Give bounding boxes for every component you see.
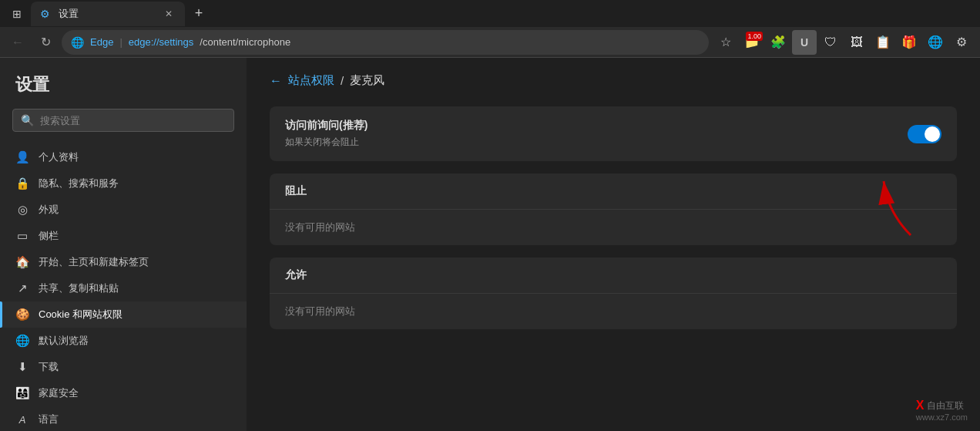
browser-chrome: ⊞ ⚙ 设置 ✕ + ← ↻ 🌐 Edge | edge://settings … — [0, 0, 980, 58]
allow-section-title: 允许 — [285, 268, 941, 282]
sidebar-icon: ▭ — [15, 229, 29, 243]
ask-toggle-row: 访问前询问(推荐) 如果关闭将会阻止 — [270, 106, 957, 161]
breadcrumb-back-button[interactable]: ← — [270, 74, 282, 88]
sidebar-item-profile[interactable]: 👤 个人资料 — [0, 144, 247, 170]
main-content: 设置 🔍 👤 个人资料 🔒 隐私、搜索和服务 ◎ 外观 ▭ 侧栏 🏠 开始、主页… — [0, 58, 980, 431]
new-tab-button[interactable]: + — [188, 3, 210, 25]
block-section-title: 阻止 — [285, 184, 941, 198]
tab-bar: ⊞ ⚙ 设置 ✕ + — [0, 0, 980, 27]
breadcrumb-separator: / — [341, 74, 344, 87]
block-section: 阻止 没有可用的网站 — [270, 173, 957, 245]
sidebar: 设置 🔍 👤 个人资料 🔒 隐私、搜索和服务 ◎ 外观 ▭ 侧栏 🏠 开始、主页… — [0, 58, 247, 431]
sidebar-label-privacy: 隐私、搜索和服务 — [39, 177, 119, 190]
allow-section-header: 允许 — [270, 258, 957, 294]
newtab-icon: 🏠 — [15, 255, 29, 269]
shield-icon[interactable]: 🛡 — [818, 30, 843, 55]
search-input[interactable] — [40, 115, 226, 126]
share-icon: ↗ — [15, 281, 29, 295]
sidebar-label-appearance: 外观 — [39, 203, 59, 217]
settings-icon[interactable]: ⚙ — [949, 30, 974, 55]
tab-title: 设置 — [59, 7, 156, 21]
sidebar-label-cookies: Cookie 和网站权限 — [39, 308, 123, 322]
family-icon: 👨‍👩‍👧 — [15, 386, 29, 400]
sidebar-item-family[interactable]: 👨‍👩‍👧 家庭安全 — [0, 380, 247, 406]
toggle-knob — [925, 126, 940, 142]
sidebar-item-appearance[interactable]: ◎ 外观 — [0, 197, 247, 223]
tab-favicon: ⚙ — [40, 8, 52, 20]
ask-toggle[interactable] — [908, 125, 941, 143]
sidebar-label-language: 语言 — [39, 412, 59, 426]
gift-icon[interactable]: 🎁 — [897, 30, 921, 55]
sidebar-label-downloads: 下载 — [39, 360, 59, 374]
sidebar-label-newtab: 开始、主页和新建标签页 — [39, 255, 149, 269]
breadcrumb: ← 站点权限 / 麦克风 — [270, 73, 957, 88]
block-section-header: 阻止 — [270, 173, 957, 210]
allow-empty-label: 没有可用的网站 — [270, 294, 957, 329]
page-content: ← 站点权限 / 麦克风 访问前询问(推荐) 如果关闭将会阻止 — [247, 58, 980, 357]
watermark: X 自由互联 www.xz7.com — [916, 399, 968, 422]
sidebar-title: 设置 — [0, 73, 247, 109]
collections-icon[interactable]: 📁 1.00 — [740, 30, 764, 55]
language-icon: A — [15, 412, 29, 426]
watermark-text: 自由互联 — [927, 399, 964, 412]
address-settings-link[interactable]: edge://settings — [129, 36, 194, 48]
edge-label: Edge — [90, 36, 113, 48]
page-wrapper: ← 站点权限 / 麦克风 访问前询问(推荐) 如果关闭将会阻止 — [247, 58, 980, 431]
extensions-icon[interactable]: 🧩 — [766, 30, 790, 55]
ask-toggle-desc: 如果关闭将会阻止 — [285, 136, 908, 149]
sidebar-label-profile: 个人资料 — [39, 150, 79, 164]
ask-toggle-content: 访问前询问(推荐) 如果关闭将会阻止 — [285, 119, 908, 149]
breadcrumb-link[interactable]: 站点权限 — [288, 73, 334, 88]
tab-close-button[interactable]: ✕ — [162, 7, 176, 21]
search-box[interactable]: 🔍 — [12, 109, 234, 132]
back-button[interactable]: ← — [6, 31, 29, 54]
nav-bar: ← ↻ 🌐 Edge | edge://settings /content/mi… — [0, 27, 980, 57]
globe-icon[interactable]: 🌐 — [923, 30, 948, 55]
refresh-button[interactable]: ↻ — [34, 31, 57, 54]
sidebar-label-sidebar: 侧栏 — [39, 229, 59, 243]
sidebar-item-share[interactable]: ↗ 共享、复制和粘贴 — [0, 275, 247, 301]
clipboard-icon[interactable]: 📋 — [871, 30, 895, 55]
breadcrumb-current: 麦克风 — [350, 73, 384, 88]
allow-section: 允许 没有可用的网站 — [270, 258, 957, 329]
sidebar-item-default-browser[interactable]: 🌐 默认浏览器 — [0, 328, 247, 354]
downloads-icon: ⬇ — [15, 360, 29, 374]
sidebar-label-family: 家庭安全 — [39, 386, 79, 400]
toolbar-icons: ☆ 📁 1.00 🧩 U 🛡 🖼 📋 🎁 🌐 ⚙ — [713, 30, 974, 55]
sidebar-label-default-browser: 默认浏览器 — [39, 334, 89, 348]
privacy-icon: 🔒 — [15, 177, 29, 190]
ask-toggle-title: 访问前询问(推荐) — [285, 119, 908, 133]
u-icon[interactable]: U — [792, 30, 817, 55]
default-browser-icon: 🌐 — [15, 334, 29, 348]
appearance-icon: ◎ — [15, 203, 29, 217]
active-tab[interactable]: ⚙ 设置 ✕ — [31, 2, 185, 26]
address-path: /content/microphone — [200, 36, 290, 48]
screenshot-icon[interactable]: 🖼 — [844, 30, 869, 55]
profile-icon: 👤 — [15, 150, 29, 164]
sidebar-item-sidebar[interactable]: ▭ 侧栏 — [0, 223, 247, 249]
cookies-icon: 🍪 — [15, 308, 29, 322]
sidebar-item-language[interactable]: A 语言 — [0, 406, 247, 431]
tab-group-button[interactable]: ⊞ — [6, 3, 28, 25]
sidebar-label-share: 共享、复制和粘贴 — [39, 281, 119, 295]
search-icon: 🔍 — [21, 114, 34, 126]
sidebar-item-privacy[interactable]: 🔒 隐私、搜索和服务 — [0, 170, 247, 197]
edge-icon: 🌐 — [71, 36, 84, 49]
ask-section: 访问前询问(推荐) 如果关闭将会阻止 — [270, 106, 957, 161]
block-empty-label: 没有可用的网站 — [270, 210, 957, 245]
badge: 1.00 — [746, 32, 763, 42]
address-bar[interactable]: 🌐 Edge | edge://settings /content/microp… — [62, 30, 709, 55]
sidebar-item-newtab[interactable]: 🏠 开始、主页和新建标签页 — [0, 249, 247, 275]
sidebar-item-cookies[interactable]: 🍪 Cookie 和网站权限 — [0, 301, 247, 328]
sidebar-item-downloads[interactable]: ⬇ 下载 — [0, 354, 247, 380]
watermark-url: www.xz7.com — [916, 412, 968, 422]
favorites-icon[interactable]: ☆ — [713, 30, 738, 55]
address-separator: | — [119, 36, 122, 48]
